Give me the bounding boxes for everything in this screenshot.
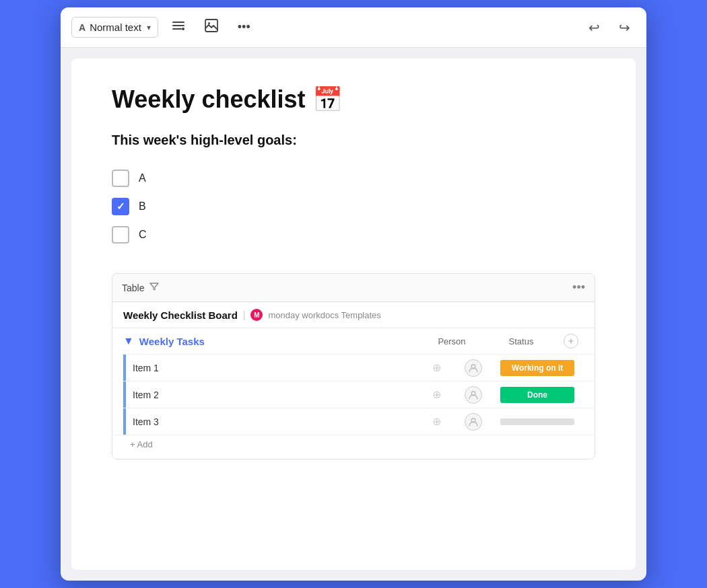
row-person-2[interactable] xyxy=(446,386,500,404)
table-row: Item 2 ⊕ Done xyxy=(123,381,595,408)
app-container: A Normal text ▾ xyxy=(61,7,646,581)
svg-rect-4 xyxy=(205,20,217,32)
monday-logo: M xyxy=(250,309,263,321)
image-button[interactable] xyxy=(199,14,224,40)
add-row-button[interactable]: + Add xyxy=(112,435,595,453)
toolbar: A Normal text ▾ xyxy=(61,7,646,48)
table-row: Item 1 ⊕ Working on it xyxy=(123,354,595,381)
checklist-item-a: A xyxy=(112,164,595,192)
board-header: Weekly Checklist Board | M monday workdo… xyxy=(112,302,595,328)
chevron-down-icon: ▾ xyxy=(147,23,151,32)
checkbox-b[interactable] xyxy=(112,198,129,215)
column-header-person: Person xyxy=(425,336,479,346)
document-subtitle: This week's high-level goals: xyxy=(112,133,595,148)
row-status-3[interactable] xyxy=(500,418,574,425)
board-widget: Table ••• Weekly Checklist Board | M mon… xyxy=(112,273,595,460)
list-icon xyxy=(172,19,185,36)
checkbox-a[interactable] xyxy=(112,170,129,187)
text-style-label: Normal text xyxy=(90,22,141,33)
row-status-1[interactable]: Working on it xyxy=(500,360,574,376)
board-toolbar-label: Table xyxy=(122,283,144,293)
table-rows: Item 1 ⊕ Working on it xyxy=(112,354,595,435)
add-row-label: + Add xyxy=(130,439,153,449)
board-header-divider: | xyxy=(243,309,246,320)
row-add-icon-1[interactable]: ⊕ xyxy=(426,361,446,374)
board-more-icon[interactable]: ••• xyxy=(572,281,585,295)
row-person-3[interactable] xyxy=(446,413,500,431)
group-name: Weekly Tasks xyxy=(139,336,419,347)
filter-icon[interactable] xyxy=(149,282,159,293)
checklist: A B C xyxy=(112,164,595,249)
group-header: ▼ Weekly Tasks Person Status ＋ xyxy=(112,328,595,354)
row-person-1[interactable] xyxy=(446,359,500,377)
board-inner: ▼ Weekly Tasks Person Status ＋ Item 1 ⊕ xyxy=(112,328,595,459)
title-text: Weekly checklist xyxy=(112,85,306,114)
redo-button[interactable]: ↪ xyxy=(613,15,636,40)
column-header-status: Status xyxy=(484,336,558,346)
checklist-item-c: C xyxy=(112,221,595,249)
add-column-area: ＋ xyxy=(564,334,584,348)
board-source: monday workdocs Templates xyxy=(268,310,380,320)
person-avatar-3 xyxy=(465,413,482,431)
status-badge-empty xyxy=(500,418,574,425)
text-format-icon: A xyxy=(79,22,86,33)
board-toolbar: Table ••• xyxy=(112,274,595,302)
checkbox-c[interactable] xyxy=(112,226,129,244)
row-name-1: Item 1 xyxy=(126,363,426,373)
table-row: Item 3 ⊕ xyxy=(123,408,595,435)
document-title: Weekly checklist 📅 xyxy=(112,85,595,114)
checklist-label-b: B xyxy=(139,200,146,213)
checklist-label-a: A xyxy=(139,172,146,184)
undo-button[interactable]: ↩ xyxy=(583,15,605,40)
status-badge-working: Working on it xyxy=(500,360,574,376)
row-name-2: Item 2 xyxy=(126,390,426,400)
person-avatar-2 xyxy=(465,386,482,404)
checklist-label-c: C xyxy=(139,229,147,241)
checklist-item-b: B xyxy=(112,192,595,221)
calendar-emoji: 📅 xyxy=(312,85,343,114)
document-area: Weekly checklist 📅 This week's high-leve… xyxy=(71,59,636,570)
add-column-button[interactable]: ＋ xyxy=(564,334,578,348)
board-title: Weekly Checklist Board xyxy=(123,309,238,321)
status-badge-done: Done xyxy=(500,387,574,403)
row-name-3: Item 3 xyxy=(126,416,426,427)
row-add-icon-2[interactable]: ⊕ xyxy=(426,388,446,401)
text-style-selector[interactable]: A Normal text ▾ xyxy=(71,17,158,38)
undo-icon: ↩ xyxy=(588,20,600,36)
more-options-icon: ••• xyxy=(238,20,250,34)
svg-point-5 xyxy=(208,22,210,24)
more-options-button[interactable]: ••• xyxy=(232,16,256,38)
redo-icon: ↪ xyxy=(619,20,630,36)
svg-point-3 xyxy=(182,28,184,30)
row-status-2[interactable]: Done xyxy=(500,387,574,403)
row-add-icon-3[interactable]: ⊕ xyxy=(426,415,446,428)
list-button[interactable] xyxy=(166,15,191,40)
image-icon xyxy=(204,18,219,36)
group-chevron-icon[interactable]: ▼ xyxy=(123,335,134,347)
person-avatar-1 xyxy=(465,359,482,377)
